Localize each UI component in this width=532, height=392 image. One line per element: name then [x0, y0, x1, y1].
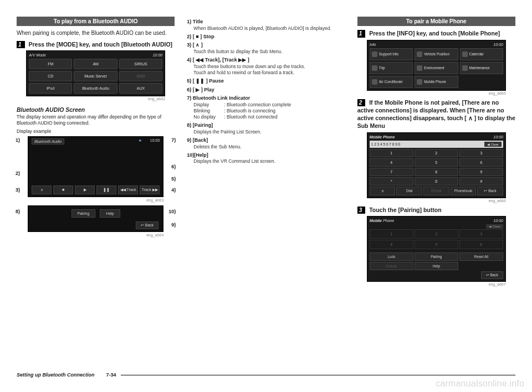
clear-button: ◀ Clear [484, 142, 502, 147]
list-term: 9) [Back] [187, 137, 345, 144]
keypad-key: 0 [415, 177, 458, 185]
keypad-screenshot: Mobile Phone 10:00 1 2 3 4 5 6 7 8 9 0 ◀… [367, 132, 506, 198]
step-2: 2 If the Mobile Phone is not paired, [Th… [357, 99, 515, 130]
step-1: 1 Press the [MODE] key, and touch [Bluet… [17, 40, 175, 49]
list-term: 5) [ ❚❚ ] Pause [187, 78, 345, 85]
player-control: ▶ [75, 185, 95, 194]
step-number-badge: 1 [357, 30, 366, 38]
info-button: Environment [415, 62, 458, 74]
keypad-action: ∧ [370, 187, 396, 195]
player-figure-2: 8) 10) 9) Pairing Help ↩ Back [17, 205, 175, 232]
list-term: 2) [ ■ ] Stop [187, 34, 345, 40]
keypad-action: ↩ Back [477, 187, 503, 195]
player-control: ■ [53, 185, 73, 194]
page-footer: Setting up Bluetooth Connection 7-34 [17, 372, 515, 378]
list-term: 4) [ ◀◀ Track], [Track ▶▶ ] [187, 57, 345, 64]
list-term: 3) [ ∧ ] [187, 42, 345, 49]
image-caption: eng_a665 [367, 91, 506, 95]
keypad-key: 1 [370, 149, 413, 157]
screen-title: Mobile Phone [370, 219, 394, 223]
mobile-phone-screenshot: Mobile Phone 10:00 ◀ Clear 123456 LockPa… [367, 216, 506, 282]
digits-bar: 1 2 3 4 5 6 7 8 9 0 [371, 142, 400, 146]
intro-text: When pairing is complete, the Bluetooth … [17, 29, 175, 37]
screen-clock: 10:00 [493, 43, 503, 47]
image-caption: eng_a667 [367, 282, 506, 286]
list-term: 10)[Help] [187, 152, 345, 159]
mode-button: AM [74, 59, 117, 69]
phone-slot: 3 [459, 229, 503, 239]
column-1: To play from a Bluetooth AUDIO When pair… [17, 17, 175, 290]
info-button: Maintenance [460, 62, 503, 74]
player-control: ◀◀ Track [118, 185, 138, 194]
image-caption: eng_a664 [17, 233, 163, 237]
info-button: Vehicle Position [415, 48, 458, 60]
step-number-badge: 1 [17, 41, 25, 49]
keypad-key: # [459, 177, 503, 185]
submenu-screenshot: Pairing Help ↩ Back [28, 205, 163, 232]
section-heading: To play from a Bluetooth AUDIO [17, 17, 175, 26]
phone-action: Pairing [415, 252, 458, 261]
keypad-key: 9 [459, 168, 503, 176]
player-control: ∧ [32, 185, 52, 194]
keypad-key: 6 [459, 158, 503, 167]
step-number-badge: 2 [357, 99, 366, 107]
callout: 6) [171, 164, 176, 169]
list-desc: When Bluetooth AUDIO is played, [Bluetoo… [193, 25, 345, 32]
info-button: Calendar [460, 48, 503, 60]
av-mode-screenshot: A/V Mode 10:00 FMAMSIRIUSCDMusic ServerD… [26, 50, 165, 96]
info-button: Support Info [370, 48, 413, 60]
image-caption: eng_a662 [26, 97, 165, 101]
callout: 9) [171, 222, 176, 228]
list-pair: Display: Bluetooth connection complete [193, 102, 345, 108]
list-pair: Blinking: Bluetooth is connecting [193, 108, 345, 114]
keypad-key: 5 [415, 158, 458, 167]
back-button: ↩ Back [481, 271, 503, 279]
mode-button: Bluetooth Audio [74, 83, 117, 94]
definition-list: 1) TitleWhen Bluetooth AUDIO is played, … [187, 19, 345, 164]
list-desc: Touch this button to display the Sub Men… [193, 49, 345, 55]
image-caption: eng_a663 [17, 198, 163, 202]
mode-button: DVD [119, 71, 162, 81]
step-1: 1 Press the [INFO] key, and touch [Mobil… [357, 29, 515, 38]
mode-button: AUX [119, 83, 162, 94]
watermark: carmanualsonline.info [436, 379, 524, 389]
screen-title: Info [370, 43, 376, 47]
image-caption: eng_a666 [367, 199, 506, 203]
mode-button: iPod [29, 83, 72, 94]
pairing-button: Pairing [71, 209, 96, 218]
subheading-desc: The display screen and operation may dif… [17, 114, 175, 126]
info-screenshot: Info 10:00 Support InfoVehicle PositionC… [367, 40, 506, 91]
step-text: Press the [MODE] key, and touch [Bluetoo… [28, 41, 172, 48]
page: To play from a Bluetooth AUDIO When pair… [0, 0, 532, 317]
keypad-action: Redial [423, 187, 449, 195]
player-screenshot: Bluetooth Audio ∗ 10:00 ∧■▶❚❚◀◀ TrackTra… [28, 136, 163, 197]
callout: 2) [16, 171, 20, 176]
step-text: If the Mobile Phone is not paired, [Ther… [357, 99, 515, 130]
keypad-key: 8 [415, 168, 458, 176]
screen-title: Mobile Phone [370, 135, 395, 139]
list-desc: Touch these buttons to move down and up … [193, 64, 345, 70]
footer-section: Setting up Bluetooth Connection [17, 372, 94, 378]
list-desc: Displays the Pairing List Screen. [193, 129, 345, 135]
phone-slot: 5 [415, 240, 458, 249]
player-title: Bluetooth Audio [32, 138, 64, 145]
step-text: Touch the [Pairing] button [369, 207, 441, 213]
callout: 5) [171, 176, 176, 182]
callout: 3) [16, 187, 20, 193]
phone-slot: 6 [459, 240, 503, 249]
keypad-key: * [370, 177, 413, 185]
phone-slot: 1 [370, 229, 413, 239]
bluetooth-icon: ∗ [139, 138, 142, 143]
callout: 1) [16, 137, 20, 143]
keypad-action: Phonebook [451, 187, 477, 195]
column-3: To pair a Mobile Phone 1 Press the [INFO… [357, 17, 515, 290]
help-button: Help [100, 209, 120, 218]
info-button: Air Conditioner [370, 76, 413, 88]
mode-button: CD [29, 71, 72, 81]
info-button: Mobile Phone [415, 76, 458, 88]
player-figure-1: 1) 2) 3) 7) 6) 5) 4) Bluetooth Audio ∗ 1… [17, 136, 175, 197]
display-example-label: Display example [17, 128, 175, 134]
list-desc: Touch and hold to rewind or fast-forward… [193, 70, 345, 76]
phone-action: Help [415, 262, 458, 270]
section-heading: To pair a Mobile Phone [357, 17, 515, 26]
